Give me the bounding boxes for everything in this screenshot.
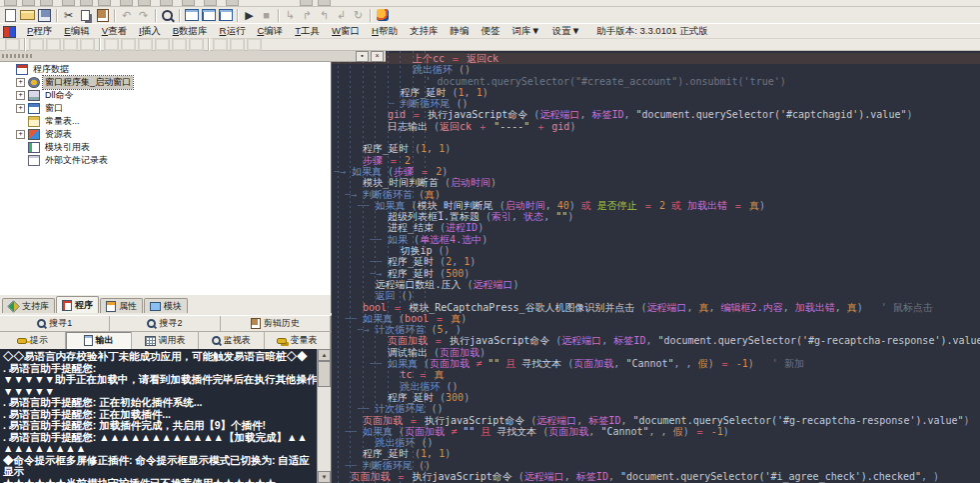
tree-item[interactable]: +Dll命令 (0, 89, 331, 102)
code-line[interactable]: ╌╌ 如果真 (页面加载 ≠ "" 且 寻找文本 (页面加载, "Cannot"… (332, 426, 980, 437)
code-line[interactable]: ╌╌ 如果真 (bool ＝ 真) (332, 313, 980, 324)
output-scrollbar[interactable]: ▲ ▼ (317, 349, 331, 483)
tree-expander-icon[interactable]: + (16, 104, 25, 113)
code-line[interactable]: 程序_延时 (1, 1) (332, 143, 980, 154)
scrollbar-thumb[interactable] (318, 361, 331, 387)
code-editor[interactable]: 上个cc ＝ 返回ck跳出循环 ()' document.querySelect… (332, 51, 980, 483)
tab-剪辑历史[interactable]: 剪辑历史 (221, 316, 331, 331)
save-icon[interactable] (36, 8, 53, 23)
menu-item[interactable]: P程序 (21, 25, 58, 38)
tab-调用表[interactable]: 调用表 (132, 332, 198, 349)
code-line[interactable]: 进程_结束 (进程ID) (332, 222, 980, 233)
plugin-menu-item[interactable]: 词库▼ (505, 25, 545, 38)
step-into-icon[interactable]: ↳ (282, 8, 299, 23)
panel-close-button[interactable]: × (371, 51, 384, 62)
code-line[interactable]: ╌ 判断循环尾 () (332, 98, 980, 109)
tree-item[interactable]: +窗口 (0, 102, 331, 115)
cut-icon[interactable]: ✂ (60, 8, 77, 23)
tree-item[interactable]: +窗口程序集_启动窗口 (0, 76, 331, 89)
code-line[interactable]: 程序_延时 (300) (332, 392, 980, 403)
tab-搜寻1[interactable]: 搜寻1 (0, 316, 110, 331)
code-line[interactable]: 页面加载 ＝ 执行javaScript命令 (远程端口, 标签ID, "docu… (332, 415, 980, 426)
tab-属性[interactable]: 属性 (100, 298, 143, 313)
plugin-menu-item[interactable]: 便签 (475, 25, 505, 38)
code-line[interactable]: 日志输出 (返回ck ＋ "----" ＋ gid) (332, 121, 980, 132)
code-line[interactable]: 超级列表框1.置标题 (索引, 状态, "") (332, 211, 980, 222)
tab-提示[interactable]: 提示 (0, 332, 66, 349)
tab-模块[interactable]: 模块 (144, 298, 188, 313)
code-line[interactable]: 返回 () (332, 290, 980, 301)
menu-item[interactable]: E编辑 (58, 25, 95, 38)
code-line[interactable]: ╌→ 计次循环首 (5, ) (332, 324, 980, 335)
code-line[interactable]: 模块_时间判断首 (启动时间) (332, 177, 980, 188)
code-line[interactable]: 程序_延时 (1, 1) (332, 448, 980, 459)
tree-item[interactable]: 程序数据 (0, 63, 331, 76)
tree-expander-icon[interactable]: + (16, 91, 25, 100)
code-line[interactable]: gid ＝ 执行javaScript命令 (远程端口, 标签ID, "docum… (332, 109, 980, 120)
code-line[interactable]: 程序_延时 (1, 1) (332, 87, 980, 98)
menu-item[interactable]: B数据库 (167, 25, 214, 38)
paste-icon[interactable] (94, 8, 111, 23)
code-line[interactable]: ╌╌ 程序_延时 (2, 1) (332, 256, 980, 267)
code-line[interactable]: ╌╌ 如果 (单选框4.选中) (332, 234, 980, 245)
copy-icon[interactable] (77, 8, 94, 23)
code-line[interactable]: ╌╌ 如果真 (页面加载 ≠ "" 且 寻找文本 (页面加载, "Cannot"… (332, 358, 980, 369)
code-line[interactable]: ╌╌ 计次循环尾 () (332, 403, 980, 414)
window-grid-split-icon[interactable] (217, 8, 234, 23)
menu-item[interactable]: V查看 (96, 25, 133, 38)
new-file-icon[interactable] (2, 8, 19, 23)
stop-icon[interactable]: ■ (258, 8, 275, 23)
tree-item[interactable]: 外部文件记录表 (0, 154, 331, 167)
code-line[interactable]: 远程端口数组.压入 (远程端口) (332, 279, 980, 290)
scrollbar-up-arrow[interactable]: ▲ (318, 349, 331, 361)
plugin-menu-item[interactable]: 设置▼ (546, 25, 586, 38)
panel-pin-button[interactable]: ▪ (356, 51, 369, 62)
plugin-menu-item[interactable]: 支持库 (404, 25, 445, 38)
window-vertical-split-icon[interactable] (183, 8, 200, 23)
code-line[interactable]: ╌→ 程序_延时 (500) (332, 268, 980, 279)
tree-item[interactable]: +资源表 (0, 128, 331, 141)
redo-icon[interactable]: ↷ (135, 8, 152, 23)
tree-item[interactable]: 模块引用表 (0, 141, 331, 154)
menu-item[interactable]: C编译 (251, 25, 289, 38)
tab-程序[interactable]: 程序 (56, 296, 99, 313)
tab-变量表[interactable]: 变量表 (265, 332, 331, 349)
code-line[interactable]: 调试输出 (页面加载) (332, 347, 980, 358)
menu-item[interactable]: I插入 (133, 25, 167, 38)
code-line[interactable] (332, 132, 980, 143)
menu-item[interactable]: R运行 (214, 25, 252, 38)
tab-监视表[interactable]: 监视表 (199, 332, 265, 349)
tab-支持库[interactable]: 支持库 (2, 298, 55, 313)
code-line[interactable]: 页面加载 ＝ 执行javaScript命令 (远程端口, 标签ID, "docu… (332, 335, 980, 346)
code-line[interactable]: ' document.querySelector("#create_accoun… (332, 76, 980, 87)
tree-item[interactable]: 常量表... (0, 115, 331, 128)
tree-expander-icon[interactable]: + (16, 78, 25, 87)
menu-item[interactable]: W窗口 (326, 25, 366, 38)
code-line[interactable]: 切换ip () (332, 245, 980, 256)
code-line[interactable]: ╌╌ 如果真 (模块_时间判断尾 (启动时间, 40) 或 是否停止 ＝ 2 或… (332, 200, 980, 211)
zoom-icon[interactable] (159, 8, 176, 23)
run-icon[interactable]: ▶ (241, 8, 258, 23)
scrollbar-down-arrow[interactable]: ▼ (318, 471, 331, 483)
code-line[interactable]: 步骤 ＝ 2 (332, 155, 980, 166)
tree-expander-icon[interactable]: + (16, 130, 25, 139)
restart-icon[interactable]: ↻ (350, 8, 367, 23)
code-line[interactable]: ╌→ 判断循环首 (真) (332, 189, 980, 200)
code-line[interactable]: ╌→ 如果真 (步骤 ＝ 2) (332, 166, 980, 177)
tab-搜寻2[interactable]: 搜寻2 (110, 316, 220, 331)
code-line[interactable]: 跳出循环 () (332, 437, 980, 448)
tab-输出[interactable]: 输出 (66, 332, 132, 349)
step-out-icon[interactable]: ↰ (316, 8, 333, 23)
code-line[interactable]: 上个cc ＝ 返回ck (332, 53, 980, 64)
plugin-menu-item[interactable]: 静编 (444, 25, 475, 38)
code-line[interactable]: 跳出循环 () (332, 381, 980, 392)
code-line[interactable]: ╌╌ 判断循环尾 () (332, 460, 980, 471)
menu-item[interactable]: H帮助 (366, 25, 404, 38)
step-over-icon[interactable]: ↱ (299, 8, 316, 23)
code-line[interactable]: bool ＝ 模块_ReCaptchaPress_谷歌人机图像识别并点击 (远程… (332, 302, 980, 313)
code-line[interactable]: 页面加载 ＝ 执行javaScript命令 (远程端口, 标签ID, "docu… (332, 471, 980, 482)
code-line[interactable]: 跳出循环 () (332, 64, 980, 75)
menu-item[interactable]: T工具 (289, 25, 326, 38)
window-horizontal-split-icon[interactable] (200, 8, 217, 23)
run-to-cursor-icon[interactable]: ↲ (333, 8, 350, 23)
